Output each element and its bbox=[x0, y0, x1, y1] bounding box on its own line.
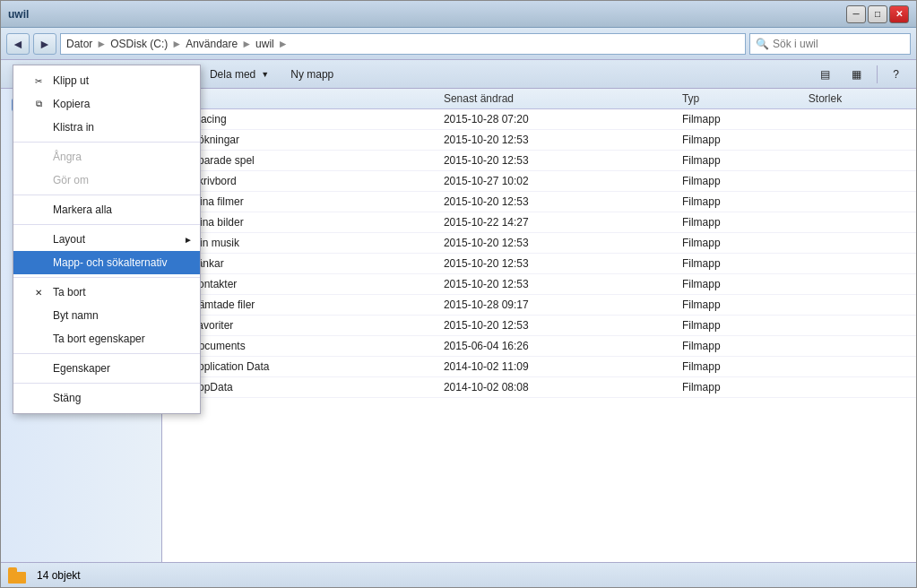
menu-item-egenskaper[interactable]: Egenskaper bbox=[13, 357, 200, 380]
klistra-in-icon bbox=[31, 120, 46, 134]
menu-item-stang[interactable]: Stäng bbox=[13, 386, 200, 410]
menu-separator-5 bbox=[13, 353, 200, 354]
menu-item-egenskaper-label: Egenskaper bbox=[53, 362, 110, 375]
menu-item-mapp-sokalternativ[interactable]: Mapp- och sökalternativ bbox=[13, 251, 200, 274]
menu-item-kopiera[interactable]: ⧉ Kopiera bbox=[13, 92, 200, 116]
ta-bort-egenskaper-icon bbox=[31, 332, 46, 346]
menu-item-byt-namn-label: Byt namn bbox=[53, 309, 99, 322]
egenskaper-icon bbox=[31, 361, 46, 376]
context-menu-overlay[interactable]: ✂ Klipp ut ⧉ Kopiera Klistra in Ångra Gö… bbox=[0, 0, 917, 588]
menu-item-klipp-ut-label: Klipp ut bbox=[53, 74, 89, 87]
menu-item-ta-bort-egenskaper-label: Ta bort egenskaper bbox=[53, 333, 145, 345]
main-window: uwil ─ □ ✕ ◄ ► Dator ► OSDisk (C:) ► Anv… bbox=[0, 0, 917, 588]
menu-separator-4 bbox=[13, 277, 200, 278]
menu-item-klistra-in-label: Klistra in bbox=[53, 121, 94, 134]
gor-om-icon bbox=[31, 173, 46, 187]
layout-submenu-arrow-icon: ► bbox=[184, 235, 193, 245]
kopiera-icon: ⧉ bbox=[31, 97, 46, 111]
angra-icon bbox=[31, 150, 46, 164]
menu-item-angra[interactable]: Ångra bbox=[13, 145, 200, 169]
ta-bort-icon: ✕ bbox=[31, 285, 46, 299]
menu-item-ta-bort-egenskaper[interactable]: Ta bort egenskaper bbox=[13, 327, 200, 350]
menu-item-gor-om[interactable]: Gör om bbox=[13, 169, 200, 192]
menu-item-markera-alla[interactable]: Markera alla bbox=[13, 198, 200, 221]
menu-item-stang-label: Stäng bbox=[53, 392, 81, 404]
menu-item-gor-om-label: Gör om bbox=[53, 174, 89, 186]
menu-item-byt-namn[interactable]: Byt namn bbox=[13, 304, 200, 327]
byt-namn-icon bbox=[31, 308, 46, 323]
menu-separator-6 bbox=[13, 383, 200, 384]
menu-separator-2 bbox=[13, 195, 200, 195]
menu-item-layout[interactable]: Layout ► bbox=[13, 228, 200, 251]
menu-separator-3 bbox=[13, 224, 200, 225]
menu-item-mapp-sokalternativ-label: Mapp- och sökalternativ bbox=[53, 256, 167, 269]
stang-icon bbox=[31, 391, 46, 405]
menu-item-ta-bort[interactable]: ✕ Ta bort bbox=[13, 281, 200, 304]
menu-item-markera-alla-label: Markera alla bbox=[53, 203, 112, 216]
menu-item-klipp-ut[interactable]: ✂ Klipp ut bbox=[13, 69, 200, 92]
menu-item-klistra-in[interactable]: Klistra in bbox=[13, 116, 200, 139]
markera-alla-icon bbox=[31, 203, 46, 217]
menu-item-angra-label: Ångra bbox=[53, 151, 82, 163]
mapp-sokalternativ-icon bbox=[31, 255, 46, 270]
menu-item-kopiera-label: Kopiera bbox=[53, 98, 90, 110]
menu-separator-1 bbox=[13, 142, 200, 143]
context-menu: ✂ Klipp ut ⧉ Kopiera Klistra in Ångra Gö… bbox=[13, 65, 201, 414]
menu-item-ta-bort-label: Ta bort bbox=[53, 286, 86, 298]
klipp-ut-icon: ✂ bbox=[31, 74, 46, 88]
layout-icon bbox=[31, 232, 46, 246]
menu-item-layout-label: Layout bbox=[53, 233, 85, 246]
